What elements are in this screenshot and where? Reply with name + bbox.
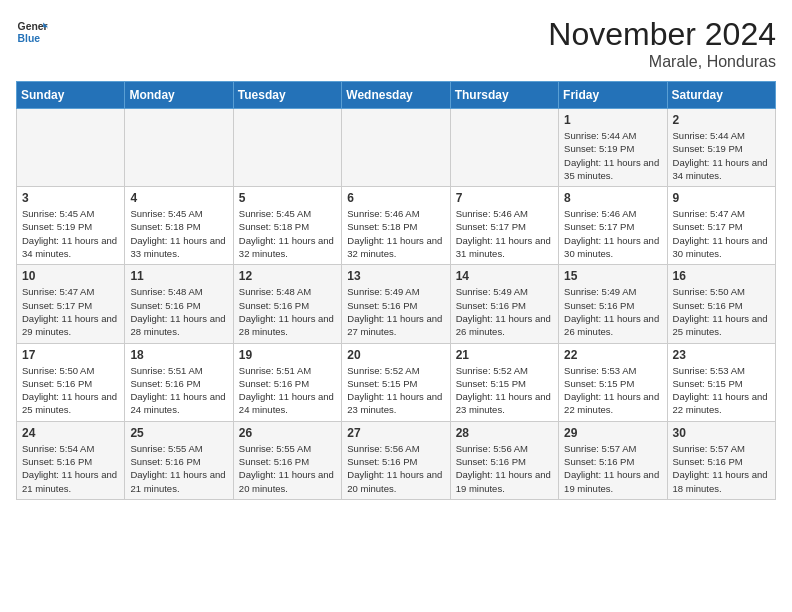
day-number: 7 [456, 191, 553, 205]
calendar-cell: 14Sunrise: 5:49 AMSunset: 5:16 PMDayligh… [450, 265, 558, 343]
day-number: 15 [564, 269, 661, 283]
day-number: 17 [22, 348, 119, 362]
day-info: Sunrise: 5:57 AMSunset: 5:16 PMDaylight:… [673, 442, 770, 495]
calendar-cell: 3Sunrise: 5:45 AMSunset: 5:19 PMDaylight… [17, 187, 125, 265]
day-info: Sunrise: 5:56 AMSunset: 5:16 PMDaylight:… [347, 442, 444, 495]
day-info: Sunrise: 5:46 AMSunset: 5:18 PMDaylight:… [347, 207, 444, 260]
day-info: Sunrise: 5:51 AMSunset: 5:16 PMDaylight:… [130, 364, 227, 417]
calendar-cell [17, 109, 125, 187]
day-number: 20 [347, 348, 444, 362]
day-info: Sunrise: 5:49 AMSunset: 5:16 PMDaylight:… [347, 285, 444, 338]
day-info: Sunrise: 5:48 AMSunset: 5:16 PMDaylight:… [239, 285, 336, 338]
calendar-cell [233, 109, 341, 187]
calendar-cell: 28Sunrise: 5:56 AMSunset: 5:16 PMDayligh… [450, 421, 558, 499]
day-number: 9 [673, 191, 770, 205]
day-info: Sunrise: 5:47 AMSunset: 5:17 PMDaylight:… [673, 207, 770, 260]
day-number: 11 [130, 269, 227, 283]
day-number: 12 [239, 269, 336, 283]
calendar-cell: 27Sunrise: 5:56 AMSunset: 5:16 PMDayligh… [342, 421, 450, 499]
day-number: 25 [130, 426, 227, 440]
day-number: 2 [673, 113, 770, 127]
calendar-week-row: 1Sunrise: 5:44 AMSunset: 5:19 PMDaylight… [17, 109, 776, 187]
day-number: 1 [564, 113, 661, 127]
title-block: November 2024 Marale, Honduras [548, 16, 776, 71]
calendar-cell [450, 109, 558, 187]
calendar-cell: 1Sunrise: 5:44 AMSunset: 5:19 PMDaylight… [559, 109, 667, 187]
day-info: Sunrise: 5:45 AMSunset: 5:19 PMDaylight:… [22, 207, 119, 260]
calendar-cell: 16Sunrise: 5:50 AMSunset: 5:16 PMDayligh… [667, 265, 775, 343]
month-year-title: November 2024 [548, 16, 776, 53]
day-number: 13 [347, 269, 444, 283]
day-number: 23 [673, 348, 770, 362]
logo: General Blue [16, 16, 48, 48]
calendar-cell: 2Sunrise: 5:44 AMSunset: 5:19 PMDaylight… [667, 109, 775, 187]
day-info: Sunrise: 5:44 AMSunset: 5:19 PMDaylight:… [564, 129, 661, 182]
calendar-cell: 13Sunrise: 5:49 AMSunset: 5:16 PMDayligh… [342, 265, 450, 343]
weekday-header-row: SundayMondayTuesdayWednesdayThursdayFrid… [17, 82, 776, 109]
day-info: Sunrise: 5:50 AMSunset: 5:16 PMDaylight:… [673, 285, 770, 338]
page-header: General Blue November 2024 Marale, Hondu… [16, 16, 776, 71]
day-number: 3 [22, 191, 119, 205]
day-number: 10 [22, 269, 119, 283]
weekday-header-monday: Monday [125, 82, 233, 109]
calendar-table: SundayMondayTuesdayWednesdayThursdayFrid… [16, 81, 776, 500]
calendar-cell: 24Sunrise: 5:54 AMSunset: 5:16 PMDayligh… [17, 421, 125, 499]
calendar-cell: 19Sunrise: 5:51 AMSunset: 5:16 PMDayligh… [233, 343, 341, 421]
calendar-cell: 20Sunrise: 5:52 AMSunset: 5:15 PMDayligh… [342, 343, 450, 421]
day-info: Sunrise: 5:45 AMSunset: 5:18 PMDaylight:… [130, 207, 227, 260]
calendar-week-row: 17Sunrise: 5:50 AMSunset: 5:16 PMDayligh… [17, 343, 776, 421]
day-info: Sunrise: 5:49 AMSunset: 5:16 PMDaylight:… [564, 285, 661, 338]
calendar-cell: 18Sunrise: 5:51 AMSunset: 5:16 PMDayligh… [125, 343, 233, 421]
calendar-cell [342, 109, 450, 187]
calendar-week-row: 10Sunrise: 5:47 AMSunset: 5:17 PMDayligh… [17, 265, 776, 343]
day-number: 27 [347, 426, 444, 440]
day-info: Sunrise: 5:54 AMSunset: 5:16 PMDaylight:… [22, 442, 119, 495]
day-number: 16 [673, 269, 770, 283]
calendar-cell: 5Sunrise: 5:45 AMSunset: 5:18 PMDaylight… [233, 187, 341, 265]
calendar-cell: 4Sunrise: 5:45 AMSunset: 5:18 PMDaylight… [125, 187, 233, 265]
calendar-cell: 10Sunrise: 5:47 AMSunset: 5:17 PMDayligh… [17, 265, 125, 343]
day-number: 5 [239, 191, 336, 205]
day-info: Sunrise: 5:57 AMSunset: 5:16 PMDaylight:… [564, 442, 661, 495]
day-info: Sunrise: 5:52 AMSunset: 5:15 PMDaylight:… [347, 364, 444, 417]
day-number: 8 [564, 191, 661, 205]
calendar-cell: 12Sunrise: 5:48 AMSunset: 5:16 PMDayligh… [233, 265, 341, 343]
day-number: 18 [130, 348, 227, 362]
day-number: 24 [22, 426, 119, 440]
day-number: 14 [456, 269, 553, 283]
calendar-cell: 26Sunrise: 5:55 AMSunset: 5:16 PMDayligh… [233, 421, 341, 499]
calendar-cell: 6Sunrise: 5:46 AMSunset: 5:18 PMDaylight… [342, 187, 450, 265]
day-number: 30 [673, 426, 770, 440]
day-number: 22 [564, 348, 661, 362]
calendar-cell: 11Sunrise: 5:48 AMSunset: 5:16 PMDayligh… [125, 265, 233, 343]
day-info: Sunrise: 5:44 AMSunset: 5:19 PMDaylight:… [673, 129, 770, 182]
day-info: Sunrise: 5:51 AMSunset: 5:16 PMDaylight:… [239, 364, 336, 417]
day-info: Sunrise: 5:55 AMSunset: 5:16 PMDaylight:… [130, 442, 227, 495]
calendar-cell: 15Sunrise: 5:49 AMSunset: 5:16 PMDayligh… [559, 265, 667, 343]
day-info: Sunrise: 5:50 AMSunset: 5:16 PMDaylight:… [22, 364, 119, 417]
day-info: Sunrise: 5:46 AMSunset: 5:17 PMDaylight:… [564, 207, 661, 260]
calendar-cell: 7Sunrise: 5:46 AMSunset: 5:17 PMDaylight… [450, 187, 558, 265]
location-subtitle: Marale, Honduras [548, 53, 776, 71]
day-info: Sunrise: 5:48 AMSunset: 5:16 PMDaylight:… [130, 285, 227, 338]
calendar-cell: 29Sunrise: 5:57 AMSunset: 5:16 PMDayligh… [559, 421, 667, 499]
day-number: 29 [564, 426, 661, 440]
day-number: 21 [456, 348, 553, 362]
calendar-cell: 30Sunrise: 5:57 AMSunset: 5:16 PMDayligh… [667, 421, 775, 499]
weekday-header-friday: Friday [559, 82, 667, 109]
day-info: Sunrise: 5:49 AMSunset: 5:16 PMDaylight:… [456, 285, 553, 338]
day-info: Sunrise: 5:55 AMSunset: 5:16 PMDaylight:… [239, 442, 336, 495]
logo-icon: General Blue [16, 16, 48, 48]
svg-text:Blue: Blue [18, 33, 41, 44]
day-info: Sunrise: 5:52 AMSunset: 5:15 PMDaylight:… [456, 364, 553, 417]
day-number: 19 [239, 348, 336, 362]
day-number: 26 [239, 426, 336, 440]
day-info: Sunrise: 5:46 AMSunset: 5:17 PMDaylight:… [456, 207, 553, 260]
calendar-cell [125, 109, 233, 187]
weekday-header-wednesday: Wednesday [342, 82, 450, 109]
day-number: 6 [347, 191, 444, 205]
calendar-cell: 23Sunrise: 5:53 AMSunset: 5:15 PMDayligh… [667, 343, 775, 421]
day-info: Sunrise: 5:45 AMSunset: 5:18 PMDaylight:… [239, 207, 336, 260]
day-info: Sunrise: 5:53 AMSunset: 5:15 PMDaylight:… [564, 364, 661, 417]
calendar-cell: 22Sunrise: 5:53 AMSunset: 5:15 PMDayligh… [559, 343, 667, 421]
